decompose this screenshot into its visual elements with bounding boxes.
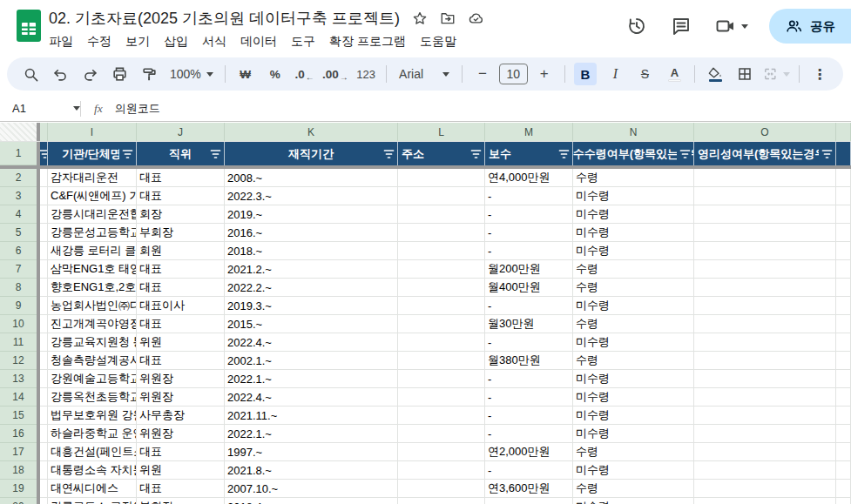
cell-O10[interactable] bbox=[694, 315, 836, 333]
header-cell-L[interactable]: 주소 bbox=[398, 142, 485, 165]
cell-P2[interactable] bbox=[836, 169, 851, 187]
cell-J13[interactable]: 위원장 bbox=[137, 370, 225, 388]
cell-H16[interactable] bbox=[40, 425, 48, 443]
row-number-5[interactable]: 5 bbox=[0, 224, 37, 242]
cell-N19[interactable]: 수령 bbox=[573, 480, 694, 498]
cell-P6[interactable] bbox=[836, 242, 851, 260]
share-button[interactable]: 공유 bbox=[769, 9, 851, 44]
cell-P10[interactable] bbox=[836, 315, 851, 333]
filter-icon-O[interactable] bbox=[819, 148, 834, 160]
fill-color-button[interactable] bbox=[704, 63, 726, 85]
formula-input[interactable]: 의원코드 bbox=[115, 101, 160, 117]
cell-P3[interactable] bbox=[836, 187, 851, 205]
cell-N3[interactable]: 미수령 bbox=[573, 187, 694, 205]
cell-I6[interactable]: 새강릉 로터리 클럽 bbox=[48, 242, 137, 260]
merge-cells-button[interactable] bbox=[763, 63, 790, 85]
row-number-12[interactable]: 12 bbox=[0, 352, 37, 370]
cell-K16[interactable]: 2022.1.~ bbox=[225, 425, 398, 443]
row-number-7[interactable]: 7 bbox=[0, 260, 37, 279]
cell-L15[interactable] bbox=[398, 407, 485, 425]
cell-J6[interactable]: 회원 bbox=[137, 242, 225, 260]
sheets-logo-icon[interactable] bbox=[17, 10, 41, 42]
decrease-decimal-button[interactable]: .0← bbox=[294, 63, 316, 85]
cell-I8[interactable]: 향호ENG1호,2호 bbox=[48, 279, 137, 297]
print-button[interactable] bbox=[108, 63, 131, 85]
cell-I10[interactable]: 진고개계곡야영장 bbox=[48, 315, 137, 333]
zoom-control[interactable]: 100% bbox=[167, 63, 216, 85]
cell-P8[interactable] bbox=[836, 279, 851, 297]
cell-M18[interactable]: - bbox=[485, 461, 573, 480]
cell-L12[interactable] bbox=[398, 352, 485, 370]
cell-K10[interactable]: 2015.~ bbox=[225, 315, 398, 333]
cell-I20[interactable]: 강릉교도소 교정위 bbox=[48, 498, 137, 504]
row-number-17[interactable]: 17 bbox=[0, 443, 37, 461]
font-size-input[interactable]: 10 bbox=[499, 64, 528, 84]
row-number-2[interactable]: 2 bbox=[0, 169, 37, 187]
cell-O9[interactable] bbox=[694, 297, 836, 315]
text-color-button[interactable]: A bbox=[663, 63, 686, 85]
format-percent-button[interactable]: % bbox=[264, 63, 287, 85]
font-family-control[interactable]: Arial bbox=[395, 63, 453, 85]
cell-H8[interactable] bbox=[40, 279, 48, 297]
cell-L20[interactable] bbox=[398, 498, 485, 504]
row-number-18[interactable]: 18 bbox=[0, 461, 37, 480]
filter-icon-H[interactable] bbox=[40, 148, 48, 160]
cell-N5[interactable]: 미수령 bbox=[573, 224, 694, 242]
borders-button[interactable] bbox=[733, 63, 756, 85]
cell-K17[interactable]: 1997.~ bbox=[225, 443, 398, 461]
cell-M6[interactable]: - bbox=[485, 242, 573, 260]
cell-O18[interactable] bbox=[694, 461, 836, 480]
menu-item-7[interactable]: 확장 프로그램 bbox=[322, 32, 413, 51]
row-number-1[interactable]: 1 bbox=[0, 142, 37, 165]
cell-H9[interactable] bbox=[40, 297, 48, 315]
meet-caret-icon[interactable] bbox=[741, 24, 748, 29]
strikethrough-button[interactable]: S bbox=[633, 63, 656, 85]
cell-L6[interactable] bbox=[398, 242, 485, 260]
cell-K9[interactable]: 2019.3.~ bbox=[225, 297, 398, 315]
cell-J7[interactable]: 대표 bbox=[137, 260, 225, 279]
cell-M15[interactable]: - bbox=[485, 407, 573, 425]
column-header-H[interactable] bbox=[40, 123, 48, 141]
cell-N8[interactable]: 수령 bbox=[573, 279, 694, 297]
cell-I17[interactable]: 대흥건설(페인트소 bbox=[48, 443, 137, 461]
cell-P11[interactable] bbox=[836, 333, 851, 352]
cell-L18[interactable] bbox=[398, 461, 485, 480]
cell-O11[interactable] bbox=[694, 333, 836, 352]
column-header-P[interactable] bbox=[836, 123, 851, 141]
cell-J15[interactable]: 사무총장 bbox=[137, 407, 225, 425]
cell-L10[interactable] bbox=[398, 315, 485, 333]
row-number-14[interactable]: 14 bbox=[0, 388, 37, 407]
cell-L19[interactable] bbox=[398, 480, 485, 498]
more-formats-button[interactable]: 123 bbox=[355, 63, 377, 85]
cell-I19[interactable]: 대연씨디에스 bbox=[48, 480, 137, 498]
cell-H15[interactable] bbox=[40, 407, 48, 425]
redo-button[interactable] bbox=[78, 63, 101, 85]
row-number-4[interactable]: 4 bbox=[0, 205, 37, 224]
cell-O13[interactable] bbox=[694, 370, 836, 388]
cell-P13[interactable] bbox=[836, 370, 851, 388]
cell-H2[interactable] bbox=[40, 169, 48, 187]
comments-icon[interactable] bbox=[671, 16, 692, 37]
cell-K4[interactable]: 2019.~ bbox=[225, 205, 398, 224]
menu-item-6[interactable]: 도구 bbox=[284, 32, 322, 51]
cell-I14[interactable]: 강릉옥천초등학교 bbox=[48, 388, 137, 407]
cell-N4[interactable]: 미수령 bbox=[573, 205, 694, 224]
cell-N11[interactable]: 미수령 bbox=[573, 333, 694, 352]
cell-M10[interactable]: 월30만원 bbox=[485, 315, 573, 333]
cell-M12[interactable]: 월380만원 bbox=[485, 352, 573, 370]
cell-M9[interactable]: - bbox=[485, 297, 573, 315]
cell-K18[interactable]: 2021.8.~ bbox=[225, 461, 398, 480]
column-header-I[interactable]: I bbox=[48, 123, 137, 141]
filter-icon-I[interactable] bbox=[119, 148, 134, 160]
cell-O20[interactable] bbox=[694, 498, 836, 504]
filter-icon-L[interactable] bbox=[468, 148, 483, 160]
row-number-20[interactable]: 20 bbox=[0, 498, 37, 504]
menu-item-8[interactable]: 도움말 bbox=[413, 32, 463, 51]
move-folder-icon[interactable] bbox=[440, 10, 456, 26]
cell-P18[interactable] bbox=[836, 461, 851, 480]
cell-H5[interactable] bbox=[40, 224, 48, 242]
cell-K20[interactable]: 2018.4.~ bbox=[225, 498, 398, 504]
cell-P17[interactable] bbox=[836, 443, 851, 461]
cell-J17[interactable]: 대표 bbox=[137, 443, 225, 461]
cell-L7[interactable] bbox=[398, 260, 485, 279]
